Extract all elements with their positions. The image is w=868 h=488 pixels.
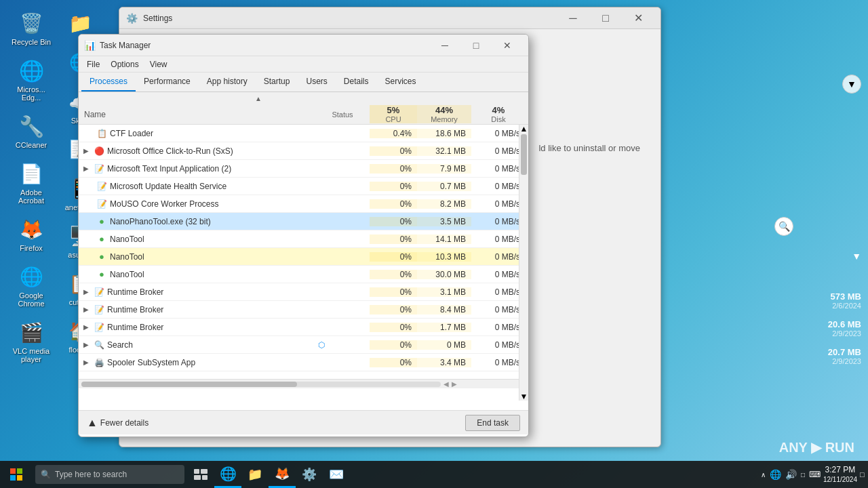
- task-manager-main: ▲ Name Status 5% CPU 44% Memory: [79, 92, 528, 434]
- vertical-scrollbar-track[interactable]: ▲ ▼: [519, 125, 528, 401]
- col-cpu[interactable]: 5% CPU: [370, 105, 417, 123]
- menu-options[interactable]: Options: [105, 56, 144, 73]
- start-button[interactable]: [0, 461, 33, 488]
- col-memory[interactable]: 44% Memory: [417, 105, 471, 123]
- process-row-spooler[interactable]: ▶ 🖨️ Spooler SubSystem App 0% 3.4 MB 0 M…: [79, 354, 528, 371]
- settings-minimize-button[interactable]: ─: [557, 7, 589, 29]
- nanophanotool-disk: 0 MB/s: [471, 217, 526, 226]
- office-memory: 32.1 MB: [417, 146, 471, 156]
- taskbar-search[interactable]: 🔍: [35, 465, 184, 484]
- file-explorer-taskbar-icon[interactable]: 📁: [241, 461, 269, 488]
- recycle-bin-icon[interactable]: 🗑️ Recycle Bin: [7, 7, 56, 49]
- end-task-button[interactable]: End task: [465, 415, 520, 431]
- runtime-1-expand[interactable]: ▶: [81, 288, 91, 296]
- tab-processes[interactable]: Processes: [81, 73, 136, 92]
- runtime-2-cpu: 0%: [370, 305, 417, 314]
- scrollbar-up[interactable]: ▲: [519, 125, 528, 133]
- firefox-taskbar-icon[interactable]: 🦊: [269, 461, 296, 488]
- runtime-2-expand[interactable]: ▶: [81, 306, 91, 313]
- file-entry-3: 20.7 MB 2/9/2023: [828, 347, 861, 365]
- edge-taskbar-icon[interactable]: 🌐: [214, 461, 241, 488]
- system-clock[interactable]: 3:27 PM 12/11/2024: [823, 465, 857, 485]
- tab-app-history[interactable]: App history: [199, 73, 256, 92]
- tab-startup[interactable]: Startup: [256, 73, 298, 92]
- task-manager-maximize-button[interactable]: □: [460, 35, 492, 56]
- nanotool-3-memory: 30.0 MB: [417, 270, 471, 279]
- process-row-runtime-2[interactable]: ▶ 📝 Runtime Broker 0% 8.4 MB 0 MB/s: [79, 301, 528, 319]
- firefox-icon[interactable]: 🦊 Firefox: [7, 213, 56, 255]
- process-list[interactable]: 📋 CTF Loader 0.4% 18.6 MB 0 MB/s ▶ 🔴 Mic…: [79, 125, 528, 379]
- process-row-nanophanotool[interactable]: ● NanoPhanoTool.exe (32 bit) 0% 3.5 MB 0…: [79, 213, 528, 230]
- runtime-3-expand[interactable]: ▶: [81, 323, 91, 331]
- tab-details[interactable]: Details: [336, 73, 377, 92]
- settings-maximize-button[interactable]: □: [590, 7, 621, 29]
- search-glass-icon: 🔍: [41, 470, 51, 479]
- process-row-nanotool-2[interactable]: ● NanoTool 0% 10.3 MB 0 MB/s: [79, 248, 528, 266]
- process-row-mouso[interactable]: 📝 MoUSO Core Worker Process 0% 8.2 MB 0 …: [79, 195, 528, 213]
- ctf-cpu: 0.4%: [370, 129, 417, 138]
- keyboard-icon[interactable]: ⌨: [809, 470, 821, 479]
- tab-services[interactable]: Services: [377, 73, 425, 92]
- text-input-expand-arrow[interactable]: ▶: [81, 165, 91, 172]
- search-expand[interactable]: ▶: [81, 341, 91, 348]
- mail-taskbar-icon[interactable]: ✉️: [323, 461, 350, 488]
- dropdown-arrow-right[interactable]: ▼: [852, 251, 861, 262]
- right-search-widget[interactable]: 🔍: [774, 217, 793, 236]
- chrome-icon[interactable]: 🌐 GoogleChrome: [7, 260, 56, 310]
- tab-performance[interactable]: Performance: [136, 73, 199, 92]
- process-row-runtime-1[interactable]: ▶ 📝 Runtime Broker 0% 3.1 MB 0 MB/s: [79, 283, 528, 301]
- fewer-details-arrow-icon: ▲: [87, 417, 98, 429]
- task-manager-minimize-button[interactable]: ─: [429, 35, 460, 56]
- speaker-icon[interactable]: 🔊: [785, 469, 797, 480]
- process-row-search[interactable]: ▶ 🔍 Search ⬡ 0% 0 MB 0 MB/s: [79, 336, 528, 354]
- scroll-down-icon[interactable]: ▼: [842, 75, 861, 94]
- network-icon[interactable]: 🌐: [770, 469, 781, 480]
- horizontal-scrollbar[interactable]: ◀ ▶: [79, 379, 528, 388]
- scrollbar-down[interactable]: ▼: [519, 392, 528, 401]
- process-row-text-input[interactable]: ▶ 📝 Microsoft Text Input Application (2)…: [79, 160, 528, 178]
- taskbar-search-input[interactable]: [55, 470, 179, 479]
- vlc-icon[interactable]: 🎬 VLC mediaplayer: [7, 316, 56, 366]
- office-expand-arrow[interactable]: ▶: [81, 147, 91, 155]
- search-widget-icon[interactable]: 🔍: [774, 217, 793, 236]
- scrollbar-thumb[interactable]: [521, 134, 527, 175]
- task-manager-icon: 📊: [84, 40, 96, 51]
- nanophanotool-memory: 3.5 MB: [417, 217, 471, 226]
- col-status[interactable]: Status: [315, 110, 370, 119]
- hscroll-arrow-right[interactable]: ▶: [452, 380, 457, 388]
- task-manager-close-button[interactable]: ✕: [492, 35, 523, 56]
- ctf-disk: 0 MB/s: [471, 129, 526, 138]
- search-status: ⬡: [315, 340, 370, 350]
- notification-area[interactable]: □: [860, 470, 863, 479]
- runtime-2-disk: 0 MB/s: [471, 305, 526, 314]
- process-row-update-health[interactable]: 📝 Microsoft Update Health Service 0% 0.7…: [79, 178, 528, 195]
- process-row-nanotool-1[interactable]: ● NanoTool 0% 14.1 MB 0 MB/s: [79, 230, 528, 248]
- task-manager-controls: ─ □ ✕: [429, 35, 523, 56]
- file-entry-2: 20.6 MB 2/9/2023: [828, 319, 861, 338]
- ccleaner-icon[interactable]: 🔧 CCleaner: [7, 110, 56, 152]
- text-input-icon: 📝: [94, 163, 104, 174]
- tab-users[interactable]: Users: [298, 73, 335, 92]
- hscroll-arrow-left[interactable]: ◀: [443, 380, 449, 388]
- col-disk[interactable]: 4% Disk: [471, 105, 526, 123]
- menu-view[interactable]: View: [144, 56, 173, 73]
- process-row-ctf-loader[interactable]: 📋 CTF Loader 0.4% 18.6 MB 0 MB/s: [79, 125, 528, 142]
- settings-close-button[interactable]: ✕: [623, 7, 654, 29]
- fewer-details-button[interactable]: ▲ Fewer details: [87, 417, 149, 429]
- process-row-nanotool-3[interactable]: ● NanoTool 0% 30.0 MB 0 MB/s: [79, 266, 528, 283]
- settings-taskbar-icon[interactable]: ⚙️: [296, 461, 323, 488]
- process-row-office[interactable]: ▶ 🔴 Microsoft Office Click-to-Run (SxS) …: [79, 142, 528, 160]
- col-name[interactable]: Name: [81, 110, 315, 119]
- office-icon: 🔴: [94, 146, 104, 157]
- right-scroll-down[interactable]: ▼: [842, 75, 861, 94]
- nanotool-3-icon: ●: [96, 269, 107, 280]
- menu-file[interactable]: File: [81, 56, 105, 73]
- chevron-icon[interactable]: ∧: [761, 471, 766, 479]
- settings-icon: ⚙️: [126, 13, 138, 24]
- task-view-button[interactable]: [187, 461, 214, 488]
- process-row-runtime-3[interactable]: ▶ 📝 Runtime Broker 0% 1.7 MB 0 MB/s: [79, 319, 528, 336]
- adobe-acrobat-icon[interactable]: 📄 AdobeAcrobat: [7, 157, 56, 207]
- mouso-icon: 📝: [96, 199, 107, 209]
- spooler-expand[interactable]: ▶: [81, 359, 91, 366]
- edge-icon[interactable]: 🌐 Micros...Edg...: [7, 54, 56, 104]
